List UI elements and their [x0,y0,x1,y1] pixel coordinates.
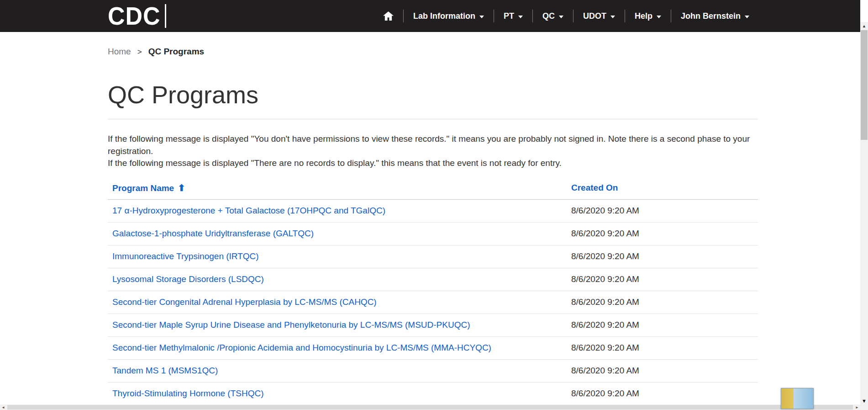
vertical-scrollbar-thumb[interactable] [861,30,868,140]
sort-created-on-link[interactable]: Created On [571,183,618,192]
nav-item-label: Help [635,11,652,21]
column-header-created-on: Created On [571,176,758,200]
caret-down-icon [610,16,615,18]
breadcrumb: Home > QC Programs [108,47,758,57]
program-link[interactable]: Lysosomal Storage Disorders (LSDQC) [112,274,264,284]
nav-lab-information[interactable]: Lab Information [404,11,494,21]
table-row: Galactose-1-phosphate Uridyltransferase … [108,222,758,245]
program-link[interactable]: Second-tier Methylmalonic /Propionic Aci… [112,343,491,352]
program-name-cell: Second-tier Maple Syrup Urine Disease an… [108,314,571,336]
title-divider [108,119,758,119]
created-on-cell: 8/6/2020 9:20 AM [571,359,758,382]
program-link[interactable]: Second-tier Congenital Adrenal Hyperplas… [112,297,377,307]
nav-user-menu[interactable]: John Bernstein [671,11,759,21]
page-title: QC Programs [108,81,758,108]
created-on-cell: 8/6/2020 9:20 AM [571,268,758,291]
intro-line-1: If the following message is displayed "Y… [108,133,758,157]
program-name-cell: Thyroid-Stimulating Hormone (TSHQC) [108,382,571,405]
qc-programs-table: Program Name⬆ Created On 17 α-Hydroxypro… [108,176,758,410]
scroll-right-icon[interactable]: ► [854,405,860,410]
program-link[interactable]: Galactose-1-phosphate Uridyltransferase … [112,229,314,238]
caret-down-icon [559,16,563,18]
table-row: Second-tier Maple Syrup Urine Disease an… [108,314,758,336]
horizontal-scrollbar-thumb[interactable] [7,405,853,410]
top-navbar: CDC Lab Information PT QC UDOT [0,0,860,32]
nav-item-label: QC [542,11,555,21]
nav-item-label: UDOT [583,11,606,21]
nav-menu: Lab Information PT QC UDOT Help John Ber… [374,10,759,22]
caret-down-icon [518,16,523,18]
vertical-scrollbar[interactable]: ▲ ▼ [860,22,868,405]
program-link[interactable]: Tandem MS 1 (MSMS1QC) [112,366,218,375]
program-name-cell: Tandem MS 1 (MSMS1QC) [108,359,571,382]
table-row: Second-tier Congenital Adrenal Hyperplas… [108,291,758,314]
program-link[interactable]: Second-tier Maple Syrup Urine Disease an… [112,320,470,330]
created-on-cell: 8/6/2020 9:20 AM [571,382,758,405]
scrollbar-corner [860,405,868,410]
table-header-row: Program Name⬆ Created On [108,176,758,200]
created-on-cell: 8/6/2020 9:20 AM [571,222,758,245]
main-content: Home > QC Programs QC Programs If the fo… [108,32,758,410]
nav-item-label: PT [504,11,514,21]
nav-pt[interactable]: PT [494,11,532,21]
created-on-cell: 8/6/2020 9:20 AM [571,199,758,222]
program-link[interactable]: Immunoreactive Trypsinogen (IRTQC) [112,251,259,261]
table-row: Immunoreactive Trypsinogen (IRTQC) 8/6/2… [108,245,758,268]
program-name-cell: 17 α-Hydroxyprogesterone + Total Galacto… [108,199,571,222]
intro-line-2: If the following message is displayed "T… [108,157,758,170]
table-row: 17 α-Hydroxyprogesterone + Total Galacto… [108,199,758,222]
table-row: Tandem MS 1 (MSMS1QC) 8/6/2020 9:20 AM [108,359,758,382]
table-row: Lysosomal Storage Disorders (LSDQC) 8/6/… [108,268,758,291]
breadcrumb-current: QC Programs [148,47,204,57]
created-on-cell: 8/6/2020 9:20 AM [571,336,758,359]
caret-down-icon [479,16,484,18]
floating-thumbnail[interactable] [781,388,814,409]
created-on-cell: 8/6/2020 9:20 AM [571,291,758,314]
column-label: Program Name [112,183,174,193]
horizontal-scrollbar[interactable]: ◄ ► [0,405,860,410]
caret-down-icon [745,16,749,18]
program-name-cell: Immunoreactive Trypsinogen (IRTQC) [108,245,571,268]
sort-ascending-icon: ⬆ [178,183,185,193]
nav-item-label: Lab Information [413,11,475,21]
caret-down-icon [657,16,661,18]
nav-qc[interactable]: QC [533,11,573,21]
table-row: Second-tier Methylmalonic /Propionic Aci… [108,336,758,359]
program-link[interactable]: Thyroid-Stimulating Hormone (TSHQC) [112,389,264,398]
breadcrumb-home-link[interactable]: Home [108,47,131,57]
cdc-logo[interactable]: CDC [108,4,166,28]
sort-program-name-link[interactable]: Program Name⬆ [112,183,185,193]
column-header-program-name: Program Name⬆ [108,176,571,200]
program-name-cell: Lysosomal Storage Disorders (LSDQC) [108,268,571,291]
created-on-cell: 8/6/2020 9:20 AM [571,314,758,336]
program-name-cell: Second-tier Methylmalonic /Propionic Aci… [108,336,571,359]
program-name-cell: Second-tier Congenital Adrenal Hyperplas… [108,291,571,314]
nav-help[interactable]: Help [625,11,671,21]
intro-text: If the following message is displayed "Y… [108,133,758,170]
scroll-down-icon[interactable]: ▼ [860,397,868,405]
table-row: Thyroid-Stimulating Hormone (TSHQC) 8/6/… [108,382,758,405]
table-body: 17 α-Hydroxyprogesterone + Total Galacto… [108,199,758,410]
scroll-up-icon[interactable]: ▲ [860,22,868,30]
program-name-cell: Galactose-1-phosphate Uridyltransferase … [108,222,571,245]
program-link[interactable]: 17 α-Hydroxyprogesterone + Total Galacto… [112,206,385,215]
breadcrumb-separator: > [137,48,142,57]
nav-home[interactable] [374,11,403,21]
home-icon [383,11,394,21]
created-on-cell: 8/6/2020 9:20 AM [571,245,758,268]
nav-udot[interactable]: UDOT [573,11,625,21]
cdc-logo-bar [165,4,166,28]
nav-user-label: John Bernstein [681,11,741,21]
scroll-left-icon[interactable]: ◄ [0,405,6,410]
cdc-logo-text: CDC [108,3,161,28]
